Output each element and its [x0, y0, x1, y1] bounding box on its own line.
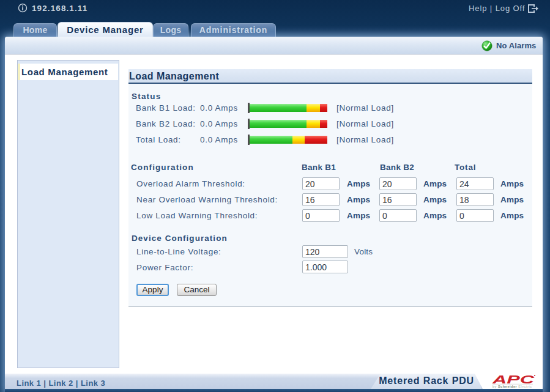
svg-text:APC: APC: [491, 373, 535, 386]
svg-text:by Schneider Electric: by Schneider Electric: [492, 385, 532, 388]
